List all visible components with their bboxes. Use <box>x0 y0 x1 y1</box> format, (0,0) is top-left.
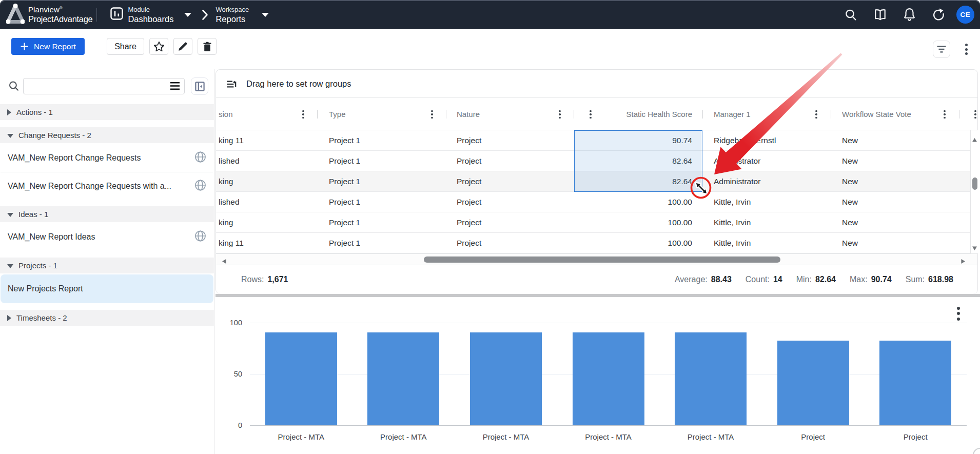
column-header-workflow-state-vote[interactable]: Workflow State Vote <box>842 98 911 130</box>
column-menu-kebab-icon[interactable] <box>428 109 436 120</box>
toolbar-menu-kebab-icon[interactable] <box>962 40 971 58</box>
table-cell[interactable]: Project 1 <box>329 171 360 192</box>
table-cell[interactable]: Project 1 <box>329 130 360 151</box>
column-menu-kebab-icon[interactable] <box>813 109 820 120</box>
sidebar-report-item[interactable]: VAM_New Report Change Requests with a... <box>1 172 213 200</box>
table-row[interactable]: lishedProject 1Project100.00Kittle, Irvi… <box>216 192 977 212</box>
scroll-right-icon[interactable] <box>961 257 966 263</box>
table-row[interactable]: kingProject 1Project100.00Kittle, IrvinN… <box>216 212 977 233</box>
table-cell[interactable]: Project 1 <box>329 212 360 233</box>
scroll-up-icon[interactable] <box>972 135 977 141</box>
bar-4[interactable] <box>573 332 644 425</box>
table-cell[interactable]: Ridgeback, Ernstl <box>714 130 776 151</box>
filter-button[interactable] <box>933 41 950 58</box>
table-cell[interactable]: king 11 <box>219 130 244 151</box>
table-cell[interactable]: New <box>842 151 858 171</box>
table-cell[interactable]: Project <box>457 212 481 233</box>
sidebar-report-item[interactable]: VAM_New Report Ideas <box>1 223 213 251</box>
bar-3[interactable] <box>470 332 542 425</box>
table-cell[interactable]: 90.74 <box>672 130 692 151</box>
table-cell[interactable]: lished <box>219 192 240 212</box>
horizontal-scroll-thumb[interactable] <box>424 256 780 263</box>
table-cell[interactable]: New <box>842 212 858 233</box>
bar-7[interactable] <box>879 341 951 425</box>
edit-button[interactable] <box>173 38 192 55</box>
favorite-button[interactable] <box>149 38 168 55</box>
table-cell[interactable]: Project 1 <box>329 192 360 212</box>
search-options-menu-icon[interactable] <box>170 82 180 92</box>
bar-1[interactable] <box>265 332 337 425</box>
sidebar-report-item[interactable]: VAM_New Report Change Requests <box>1 144 213 172</box>
column-header-static-health-score[interactable]: Static Health Score <box>626 98 692 130</box>
refresh-icon[interactable] <box>932 8 946 22</box>
column-header-nature[interactable]: Nature <box>457 98 480 130</box>
share-button[interactable]: Share <box>107 38 144 55</box>
column-header-sion[interactable]: sion <box>219 98 233 130</box>
scroll-down-icon[interactable] <box>972 244 977 249</box>
horizontal-scrollbar[interactable] <box>216 253 977 265</box>
vertical-scroll-thumb[interactable] <box>972 177 977 190</box>
sidebar-report-item[interactable]: New Projects Report <box>1 274 213 303</box>
sidebar-section-header[interactable]: Change Requests - 2 <box>0 127 214 143</box>
bar-2[interactable] <box>367 332 439 425</box>
sidebar-search-input[interactable] <box>23 78 185 94</box>
column-header-type[interactable]: Type <box>329 98 346 130</box>
table-cell[interactable]: New <box>842 233 858 253</box>
table-row[interactable]: lishedProject 1Project82.64Administrator… <box>216 151 977 171</box>
table-cell[interactable]: Administrator <box>714 151 760 171</box>
table-cell[interactable]: lished <box>219 151 240 171</box>
table-cell[interactable]: Project <box>457 192 481 212</box>
bar-6[interactable] <box>777 341 849 425</box>
table-cell[interactable]: Project 1 <box>329 233 360 253</box>
new-report-button[interactable]: New Report <box>11 38 85 55</box>
table-cell[interactable]: king <box>219 212 233 233</box>
table-row[interactable]: king 11Project 1Project100.00Kittle, Irv… <box>216 233 977 253</box>
table-cell[interactable]: Project <box>457 130 481 151</box>
row-group-drop-zone[interactable]: Drag here to set row groups <box>216 70 977 98</box>
bell-icon[interactable] <box>903 8 916 22</box>
sidebar-section-header[interactable]: Actions - 1 <box>0 104 214 120</box>
table-cell[interactable]: Project <box>457 233 481 253</box>
table-cell[interactable]: 100.00 <box>668 212 692 233</box>
column-menu-kebab-icon[interactable] <box>300 109 307 120</box>
table-cell[interactable]: king <box>219 171 233 192</box>
sidebar-section-header[interactable]: Projects - 1 <box>0 258 214 273</box>
sidebar-section-header[interactable]: Timesheets - 2 <box>0 310 214 326</box>
user-avatar[interactable]: CE <box>956 6 974 24</box>
chart-menu-kebab-icon[interactable] <box>954 305 963 322</box>
table-cell[interactable]: 100.00 <box>668 233 692 253</box>
bar-5[interactable] <box>675 332 747 425</box>
table-cell[interactable]: Kittle, Irvin <box>714 212 751 233</box>
table-cell[interactable]: Kittle, Irvin <box>714 233 751 253</box>
table-cell[interactable]: 82.64 <box>672 151 692 171</box>
column-menu-kebab-icon[interactable] <box>587 109 594 120</box>
table-cell[interactable]: Kittle, Irvin <box>714 192 751 212</box>
table-row[interactable]: king 11Project 1Project90.74Ridgeback, E… <box>216 130 977 151</box>
column-menu-kebab-icon[interactable] <box>556 109 563 120</box>
module-switcher[interactable]: Module Dashboards <box>110 6 191 24</box>
chart-resize-corner[interactable] <box>973 447 980 454</box>
scroll-left-icon[interactable] <box>222 257 227 263</box>
table-cell[interactable]: Project <box>457 171 481 192</box>
column-menu-kebab-icon[interactable] <box>941 109 948 120</box>
table-cell[interactable]: New <box>842 192 858 212</box>
table-cell[interactable]: Project <box>457 151 481 171</box>
table-cell[interactable]: New <box>842 130 858 151</box>
table-cell[interactable]: 100.00 <box>668 192 692 212</box>
delete-button[interactable] <box>198 38 217 55</box>
collapse-sidebar-button[interactable] <box>191 77 208 95</box>
table-cell[interactable]: king 11 <box>219 233 244 253</box>
table-cell[interactable]: 82.64 <box>672 171 692 192</box>
table-cell[interactable]: New <box>842 171 858 192</box>
sidebar-section-header[interactable]: Ideas - 1 <box>0 206 214 222</box>
planview-logo[interactable]: Planview® ProjectAdvantage <box>6 3 92 27</box>
table-cell[interactable]: Administrator <box>714 171 760 192</box>
table-cell[interactable]: Project 1 <box>329 151 360 171</box>
column-header-manager-1[interactable]: Manager 1 <box>714 98 751 130</box>
table-row[interactable]: kingProject 1Project82.64AdministratorNe… <box>216 171 977 192</box>
column-menu-kebab-icon[interactable] <box>972 109 977 120</box>
search-icon[interactable] <box>844 8 857 22</box>
workspace-switcher[interactable]: Workspace Reports <box>215 6 269 24</box>
book-icon[interactable] <box>873 9 887 21</box>
vertical-scrollbar[interactable] <box>970 130 978 253</box>
